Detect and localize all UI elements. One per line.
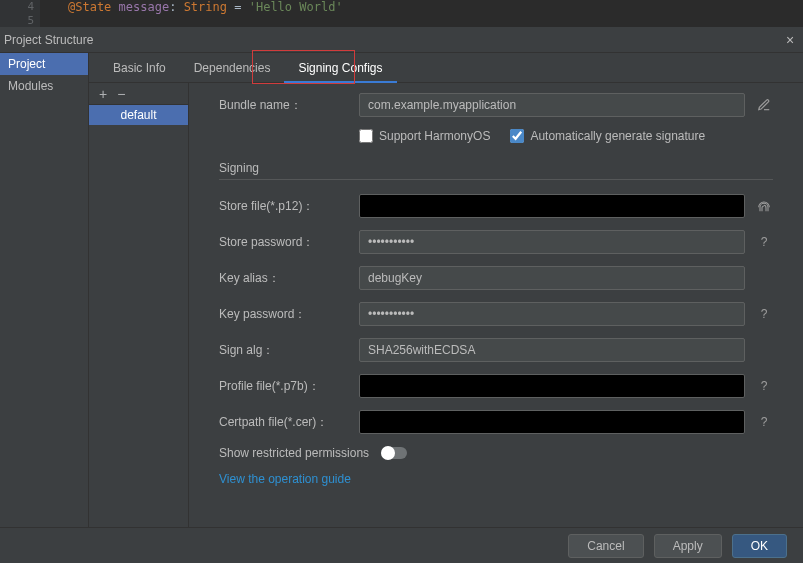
sign-alg-label: Sign alg： bbox=[219, 342, 359, 359]
apply-button[interactable]: Apply bbox=[654, 534, 722, 558]
edit-icon[interactable] bbox=[755, 96, 773, 114]
tab-basic-info[interactable]: Basic Info bbox=[99, 53, 180, 83]
signing-section-separator bbox=[219, 179, 773, 180]
certpath-file-field[interactable] bbox=[359, 410, 745, 434]
help-icon[interactable]: ? bbox=[755, 233, 773, 251]
bundle-name-field[interactable] bbox=[359, 93, 745, 117]
key-alias-label: Key alias： bbox=[219, 270, 359, 287]
ok-button[interactable]: OK bbox=[732, 534, 787, 558]
sign-alg-field[interactable] bbox=[359, 338, 745, 362]
add-module-icon[interactable]: + bbox=[99, 86, 107, 102]
profile-file-label: Profile file(*.p7b)： bbox=[219, 378, 359, 395]
dialog-title-text: Project Structure bbox=[4, 27, 93, 53]
show-restricted-toggle[interactable] bbox=[381, 447, 407, 459]
store-file-field[interactable] bbox=[359, 194, 745, 218]
editor-gutter: 4 5 bbox=[0, 0, 40, 27]
auto-generate-signature-label: Automatically generate signature bbox=[530, 129, 705, 143]
modules-list: + − default bbox=[89, 83, 189, 527]
tabs-row: Basic Info Dependencies Signing Configs bbox=[89, 53, 803, 83]
store-password-label: Store password： bbox=[219, 234, 359, 251]
auto-generate-signature-checkbox[interactable]: Automatically generate signature bbox=[510, 129, 705, 143]
support-harmonyos-label: Support HarmonyOS bbox=[379, 129, 490, 143]
cancel-button[interactable]: Cancel bbox=[568, 534, 643, 558]
profile-file-field[interactable] bbox=[359, 374, 745, 398]
key-password-label: Key password： bbox=[219, 306, 359, 323]
key-alias-field[interactable] bbox=[359, 266, 745, 290]
certpath-file-label: Certpath file(*.cer)： bbox=[219, 414, 359, 431]
help-icon[interactable]: ? bbox=[755, 377, 773, 395]
key-password-field[interactable] bbox=[359, 302, 745, 326]
editor-code-strip: 4 5 @State message: String = 'Hello Worl… bbox=[0, 0, 803, 27]
editor-code-line: @State message: String = 'Hello World' bbox=[40, 0, 343, 14]
signing-section-head: Signing bbox=[219, 161, 773, 175]
help-icon[interactable]: ? bbox=[755, 413, 773, 431]
store-file-label: Store file(*.p12)： bbox=[219, 198, 359, 215]
dialog-titlebar: Project Structure × bbox=[0, 27, 803, 53]
project-structure-dialog: Project Structure × Project Modules Basi… bbox=[0, 27, 803, 563]
left-nav-modules[interactable]: Modules bbox=[0, 75, 88, 97]
store-password-field[interactable] bbox=[359, 230, 745, 254]
module-item-default[interactable]: default bbox=[89, 105, 188, 125]
dialog-button-bar: Cancel Apply OK bbox=[0, 527, 803, 563]
support-harmonyos-checkbox[interactable]: Support HarmonyOS bbox=[359, 129, 490, 143]
tab-signing-configs[interactable]: Signing Configs bbox=[284, 53, 396, 83]
fingerprint-icon[interactable] bbox=[755, 197, 773, 215]
close-icon[interactable]: × bbox=[777, 27, 803, 53]
bundle-name-label: Bundle name： bbox=[219, 97, 359, 114]
remove-module-icon[interactable]: − bbox=[117, 86, 125, 102]
show-restricted-label: Show restricted permissions bbox=[219, 446, 369, 460]
help-icon[interactable]: ? bbox=[755, 305, 773, 323]
left-nav-project[interactable]: Project bbox=[0, 53, 88, 75]
signing-form: Bundle name： Support HarmonyOS bbox=[189, 83, 803, 527]
operation-guide-link[interactable]: View the operation guide bbox=[219, 472, 351, 486]
tab-dependencies[interactable]: Dependencies bbox=[180, 53, 285, 83]
left-nav: Project Modules bbox=[0, 53, 89, 527]
modules-toolbar: + − bbox=[89, 83, 188, 105]
